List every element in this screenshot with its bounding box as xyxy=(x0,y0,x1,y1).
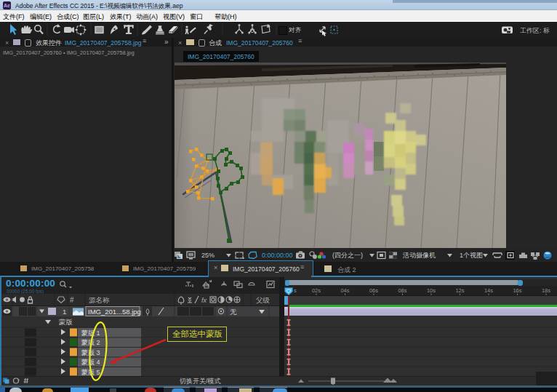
svg-text:活动摄像机: 活动摄像机 xyxy=(402,252,436,259)
svg-text:16s: 16s xyxy=(513,287,521,294)
svg-text:无: 无 xyxy=(230,308,237,316)
svg-text:1个视图: 1个视图 xyxy=(460,252,483,259)
svg-text:s: s xyxy=(294,287,297,294)
svg-text:1: 1 xyxy=(63,308,66,316)
svg-text:父级: 父级 xyxy=(256,296,270,304)
svg-text:08s: 08s xyxy=(398,287,406,294)
svg-text:切换开关/模式: 切换开关/模式 xyxy=(179,377,221,385)
svg-text:02s: 02s xyxy=(312,287,321,294)
svg-text:0:00:00:00: 0:00:00:00 xyxy=(262,252,293,259)
svg-text:源名称: 源名称 xyxy=(89,296,110,304)
svg-text:14s: 14s xyxy=(484,287,493,294)
svg-text:10s: 10s xyxy=(427,287,436,294)
svg-text:12s: 12s xyxy=(455,287,464,294)
svg-text:04s: 04s xyxy=(340,287,349,294)
svg-text:#: # xyxy=(70,296,74,304)
svg-text:IMG_201...58.jpg: IMG_201...58.jpg xyxy=(88,308,141,316)
svg-text:18s: 18s xyxy=(542,287,550,294)
svg-text:25%: 25% xyxy=(201,252,215,259)
svg-text:fx: fx xyxy=(201,297,207,304)
svg-text:06s: 06s xyxy=(369,287,378,294)
svg-text:蒙版: 蒙版 xyxy=(58,318,73,326)
svg-text:(四分之一): (四分之一) xyxy=(332,252,363,259)
